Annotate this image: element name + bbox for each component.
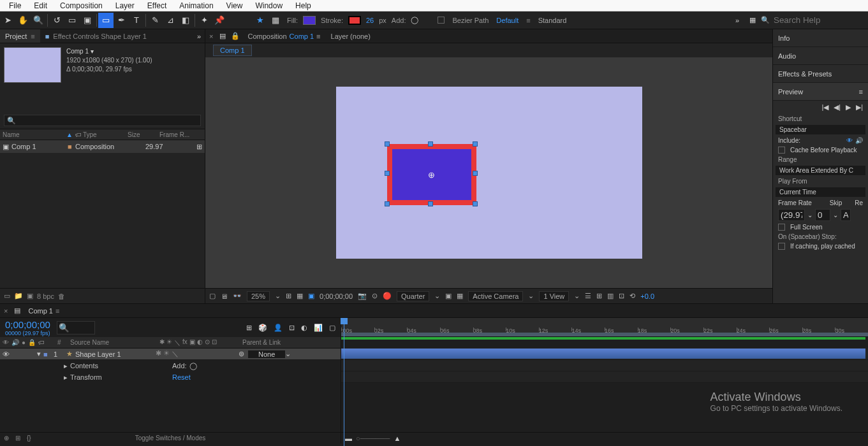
selection-tool-icon[interactable]: ➤ — [0, 13, 15, 28]
graph-icon[interactable]: 📊 — [314, 324, 323, 332]
prev-frame-icon[interactable]: ◀| — [834, 103, 841, 112]
views-select[interactable]: 1 View — [539, 291, 569, 301]
text-tool-icon[interactable]: T — [129, 13, 144, 28]
handle-nw[interactable] — [385, 141, 390, 147]
add-menu-icon[interactable]: ◯ — [411, 16, 418, 24]
last-frame-icon[interactable]: ▶| — [856, 103, 863, 112]
preview-panel-tab[interactable]: Preview≡ — [773, 83, 868, 101]
rectangle-tool-icon[interactable]: ▭ — [98, 13, 114, 28]
hand-tool-icon[interactable]: ✋ — [15, 13, 31, 28]
fr-dropdown-icon[interactable]: ⌄ — [807, 212, 813, 219]
menu-animation[interactable]: Animation — [173, 1, 219, 10]
eye-header-icon[interactable]: 👁 — [3, 339, 9, 346]
prop-contents[interactable]: ▸Contents Add:◯ — [0, 360, 341, 371]
rgb-icon[interactable]: 🔴 — [383, 292, 392, 300]
comp-name[interactable]: Comp 1 ▾ — [66, 47, 152, 56]
col-source[interactable]: Source Name — [70, 339, 159, 346]
col-type[interactable]: Type — [83, 131, 128, 138]
effect-controls-tab[interactable]: ■Effect Controls Shape Layer 1 — [40, 29, 152, 43]
sw5-icon[interactable]: ▣ — [189, 338, 195, 347]
parent-pick-icon[interactable]: ⊚ — [239, 350, 244, 358]
menu-file[interactable]: File — [3, 1, 27, 10]
star-icon[interactable]: ★ — [253, 13, 268, 28]
lock-header-icon[interactable]: 🔒 — [28, 339, 36, 346]
comp-menu-icon[interactable]: ≡ — [316, 32, 320, 40]
view1-icon[interactable]: ☰ — [585, 292, 591, 300]
camera-select[interactable]: Active Camera — [468, 291, 523, 301]
sw4-icon[interactable]: fx — [182, 338, 188, 347]
shy-icon[interactable]: 👤 — [274, 324, 283, 332]
workspace-standard[interactable]: Standard — [531, 17, 575, 24]
range-select[interactable]: Work Area Extended By C — [776, 166, 865, 175]
grid-icon[interactable]: ⊞ — [286, 292, 291, 300]
clone-tool-icon[interactable]: ⊿ — [163, 13, 178, 28]
frame-blend-icon[interactable]: ⊡ — [289, 324, 295, 332]
canvas[interactable]: ⊕ — [336, 87, 642, 259]
view4-icon[interactable]: ⊡ — [619, 292, 624, 300]
view3-icon[interactable]: ▥ — [607, 292, 614, 300]
menu-help[interactable]: Help — [289, 1, 318, 10]
lock-icon[interactable]: 🔒 — [228, 32, 242, 40]
framerate-input[interactable] — [778, 209, 805, 221]
monitor-icon[interactable]: 🖥 — [221, 292, 228, 300]
handle-ne[interactable] — [473, 141, 478, 147]
col-number[interactable]: # — [57, 339, 70, 346]
work-area-bar[interactable] — [341, 333, 868, 336]
guides-icon[interactable]: ▦ — [297, 292, 303, 300]
checker-icon[interactable]: ▦ — [268, 13, 283, 28]
include-video-icon[interactable]: 👁 — [846, 137, 853, 144]
col-size[interactable]: Size — [128, 131, 159, 138]
res-input[interactable] — [841, 209, 851, 221]
orbit-tool-icon[interactable]: ↺ — [49, 13, 64, 28]
handle-e[interactable] — [473, 171, 478, 176]
sw8-icon[interactable]: ⊡ — [212, 338, 217, 347]
l-sw1[interactable]: ✱ — [156, 349, 161, 359]
tl-icon3[interactable]: {} — [27, 435, 31, 442]
panel-overflow-icon[interactable]: » — [193, 32, 205, 40]
toggle-switches-button[interactable]: Toggle Switches / Modes — [135, 435, 206, 442]
sw6-icon[interactable]: ◐ — [197, 338, 203, 347]
layer-track[interactable] — [341, 349, 868, 360]
label-icon[interactable]: 🏷 — [75, 131, 83, 138]
skip-input[interactable] — [815, 209, 830, 221]
panel-menu-icon[interactable]: ≡ — [31, 32, 34, 40]
zoom-in-icon[interactable]: ▲ — [394, 435, 401, 442]
timeline-lock-icon[interactable]: ▤ — [11, 306, 23, 315]
menu-view[interactable]: View — [220, 1, 249, 10]
project-tab[interactable]: Project≡ — [0, 29, 40, 43]
handle-s[interactable] — [428, 201, 433, 206]
magnify-icon[interactable]: ▢ — [209, 292, 216, 300]
search-help-input[interactable] — [774, 15, 863, 25]
zoom-out-icon[interactable]: ▬ — [345, 435, 352, 442]
time-ruler[interactable]: :00s 02s 04s 06s 08s 10s 12s 14s 16s 18s… — [341, 318, 868, 337]
sw3-icon[interactable]: ＼ — [174, 338, 180, 347]
transparency-icon[interactable]: ▦ — [457, 292, 463, 300]
panel-menu-icon[interactable]: ≡ — [859, 88, 863, 96]
quality-dropdown-icon[interactable]: ⌄ — [434, 292, 440, 300]
brush-tool-icon[interactable]: ✎ — [147, 13, 163, 28]
sw7-icon[interactable]: ⊙ — [205, 338, 210, 347]
l-sw2[interactable]: ☀ — [163, 349, 170, 359]
comp-mini-icon[interactable]: ⊞ — [246, 324, 252, 332]
playhead[interactable] — [344, 322, 344, 446]
timecode-display[interactable]: 0;00;00;00 — [320, 292, 353, 300]
audio-panel-tab[interactable]: Audio — [773, 47, 868, 65]
parent-dropdown-icon[interactable]: ⌄ — [285, 350, 291, 358]
project-search-input[interactable] — [4, 115, 201, 126]
roi-icon[interactable]: ▣ — [308, 292, 314, 300]
zoom-dropdown-icon[interactable]: ⌄ — [275, 292, 281, 300]
trash-icon[interactable]: 🗑 — [58, 292, 65, 300]
ifcaching-checkbox[interactable] — [778, 243, 785, 250]
snapshot-icon[interactable]: 📷 — [358, 292, 367, 300]
include-audio-icon[interactable]: 🔊 — [855, 137, 863, 144]
menu-window[interactable]: Window — [249, 1, 289, 10]
stroke-swatch[interactable] — [348, 16, 361, 25]
sw2-icon[interactable]: ☀ — [166, 338, 172, 347]
menu-effect[interactable]: Effect — [141, 1, 173, 10]
label-header-icon[interactable]: 🏷 — [38, 339, 57, 346]
motion-blur-icon[interactable]: ◐ — [301, 324, 307, 332]
channel-icon[interactable]: ⊙ — [372, 292, 378, 300]
zoom-select[interactable]: 25% — [247, 291, 270, 301]
folder-icon[interactable]: 📁 — [14, 292, 23, 300]
quality-select[interactable]: Quarter — [397, 291, 429, 301]
